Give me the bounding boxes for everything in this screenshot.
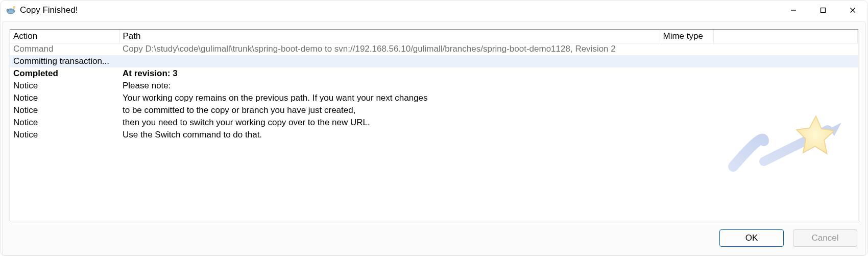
cell-mime: [660, 80, 713, 92]
dialog-window: Copy Finished!: [0, 0, 868, 256]
cell-path: Please note:: [119, 80, 660, 92]
cell-extra: [713, 80, 858, 92]
cell-extra: [713, 43, 858, 55]
cell-action: Notice: [10, 129, 119, 141]
cell-path: Use the Switch command to do that.: [119, 129, 660, 141]
svg-point-1: [7, 9, 9, 11]
cell-mime: [660, 55, 713, 67]
cell-action: Notice: [10, 104, 119, 117]
svg-point-2: [7, 10, 8, 10]
log-row[interactable]: NoticeYour working copy remains on the p…: [10, 92, 858, 104]
titlebar[interactable]: Copy Finished!: [1, 1, 867, 20]
tortoisesvn-icon: [6, 5, 16, 15]
cell-action: Command: [10, 43, 119, 55]
ok-button[interactable]: OK: [719, 229, 784, 247]
cell-mime: [660, 117, 713, 129]
cell-extra: [713, 67, 858, 80]
cell-path: Your working copy remains on the previou…: [119, 92, 660, 104]
header-extra[interactable]: [713, 30, 858, 43]
close-button[interactable]: [838, 1, 867, 20]
cell-action: Notice: [10, 80, 119, 92]
cell-extra: [713, 55, 858, 67]
column-headers[interactable]: Action Path Mime type: [10, 30, 858, 43]
window-controls: [779, 1, 867, 20]
client-area: Action Path Mime type CommandCopy D:\stu…: [2, 21, 866, 255]
log-row[interactable]: Noticeto be committed to the copy or bra…: [10, 104, 858, 117]
cell-path: [119, 55, 660, 67]
button-row: OK Cancel: [10, 228, 858, 250]
cell-mime: [660, 43, 713, 55]
header-mime[interactable]: Mime type: [660, 30, 713, 43]
cell-path: Copy D:\study\code\gulimall\trunk\spring…: [119, 43, 660, 55]
log-row[interactable]: Committing transaction...: [10, 55, 858, 67]
cell-path: At revision: 3: [119, 67, 660, 80]
log-row[interactable]: NoticePlease note:: [10, 80, 858, 92]
log-row[interactable]: CompletedAt revision: 3: [10, 67, 858, 80]
cell-extra: [713, 92, 858, 104]
cell-action: Notice: [10, 117, 119, 129]
cell-mime: [660, 92, 713, 104]
cell-action: Committing transaction...: [10, 55, 119, 67]
log-row[interactable]: Noticethen you need to switch your worki…: [10, 117, 858, 129]
cell-extra: [713, 117, 858, 129]
log-row[interactable]: NoticeUse the Switch command to do that.: [10, 129, 858, 141]
window-title: Copy Finished!: [20, 5, 78, 15]
cell-action: Completed: [10, 67, 119, 80]
cell-mime: [660, 104, 713, 117]
header-path[interactable]: Path: [119, 30, 660, 43]
cell-path: to be committed to the copy or branch yo…: [119, 104, 660, 117]
log-list[interactable]: Action Path Mime type CommandCopy D:\stu…: [10, 29, 858, 221]
cell-mime: [660, 67, 713, 80]
cell-extra: [713, 129, 858, 141]
maximize-button[interactable]: [808, 1, 838, 20]
cell-mime: [660, 129, 713, 141]
cancel-button: Cancel: [793, 229, 857, 247]
log-row[interactable]: CommandCopy D:\study\code\gulimall\trunk…: [10, 43, 858, 55]
minimize-button[interactable]: [779, 1, 808, 20]
cell-action: Notice: [10, 92, 119, 104]
svg-rect-5: [821, 8, 826, 13]
header-action[interactable]: Action: [10, 30, 119, 43]
cell-path: then you need to switch your working cop…: [119, 117, 660, 129]
cell-extra: [713, 104, 858, 117]
